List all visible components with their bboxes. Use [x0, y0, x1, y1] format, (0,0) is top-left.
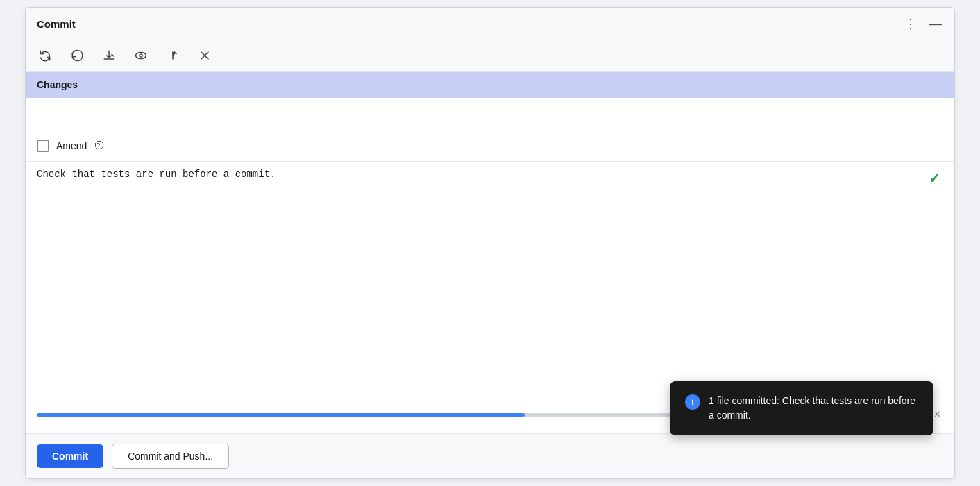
commit-message-area: ✓ — [26, 162, 954, 387]
minimize-button[interactable]: — — [928, 15, 943, 33]
commit-and-push-button[interactable]: Commit and Push... — [112, 444, 229, 469]
footer: Commit Commit and Push... — [26, 433, 954, 478]
refresh-icon — [38, 49, 52, 62]
commit-panel: Commit ⋮ — — [25, 7, 955, 479]
close-toolbar-button[interactable] — [195, 47, 214, 64]
toast-icon: i — [685, 394, 700, 410]
more-options-button[interactable]: ⋮ — [903, 15, 918, 33]
view-button[interactable] — [131, 47, 151, 64]
minimize-icon: — — [929, 17, 942, 31]
svg-point-0 — [136, 52, 146, 58]
close-toolbar-icon — [198, 49, 212, 62]
svg-point-1 — [140, 54, 142, 57]
changes-label: Changes — [37, 79, 78, 90]
eye-icon — [134, 49, 148, 62]
amend-checkbox[interactable] — [37, 140, 49, 152]
amend-label: Amend — [56, 140, 87, 151]
undo-button[interactable] — [67, 47, 87, 64]
file-list-area — [26, 98, 954, 126]
undo-icon — [70, 49, 84, 62]
sort-button[interactable] — [163, 47, 183, 64]
changes-section: Changes — [26, 72, 954, 98]
toolbar — [26, 40, 954, 72]
download-button[interactable] — [99, 47, 119, 64]
header-actions: ⋮ — — [903, 15, 943, 33]
toast-notification: i 1 file committed: Check that tests are… — [670, 381, 933, 435]
toast-message: 1 file committed: Check that tests are r… — [709, 394, 918, 423]
commit-button[interactable]: Commit — [37, 444, 103, 468]
clock-icon: ⏲ — [94, 138, 106, 153]
progress-close-icon: × — [934, 408, 940, 420]
progress-fill — [37, 413, 525, 417]
download-icon — [102, 49, 116, 62]
amend-row: Amend ⏲ — [26, 126, 954, 161]
panel-title: Commit — [37, 18, 76, 30]
more-icon: ⋮ — [904, 16, 917, 31]
sort-icon — [166, 49, 180, 62]
panel-header: Commit ⋮ — — [26, 8, 954, 40]
refresh-button[interactable] — [35, 47, 55, 64]
commit-message-input[interactable] — [37, 162, 943, 203]
checkmark-icon: ✓ — [929, 170, 940, 187]
